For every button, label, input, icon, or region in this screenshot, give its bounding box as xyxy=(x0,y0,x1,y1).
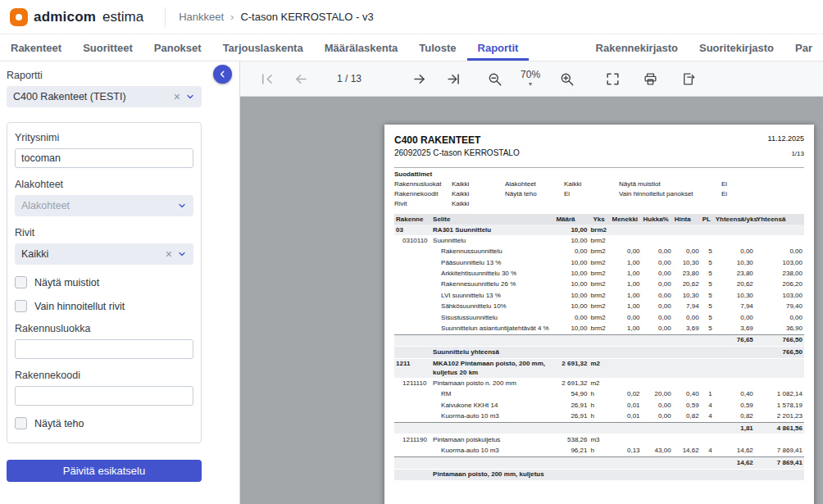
report-cell-maara: 10,00 xyxy=(554,225,589,235)
tab-raportit[interactable]: Raportit xyxy=(467,34,530,61)
report-cell-selite: Rakennesuunnittelu 26 % xyxy=(431,279,554,290)
pdf-preview-area[interactable]: C400 RAKENTEET 11.12.2025 26092025 C-tas… xyxy=(240,97,823,504)
report-cell-rakenne xyxy=(394,446,431,457)
report-cell-yhteensa xyxy=(755,469,804,480)
clear-selection-icon[interactable]: × xyxy=(166,248,172,260)
tab-panokset[interactable]: Panokset xyxy=(143,34,212,61)
report-cell-pl: 5 xyxy=(701,324,714,335)
report-cell-yhteensa_yks xyxy=(714,469,755,480)
report-cell-hinta: 20,62 xyxy=(673,279,701,290)
report-cell-hukka: 0,00 xyxy=(642,302,673,312)
report-cell-yhteensa_yks xyxy=(714,235,755,246)
filter-value: Kaikki xyxy=(452,189,505,199)
report-cell-yks: h xyxy=(589,389,610,400)
chevron-down-icon: ▾ xyxy=(529,81,532,88)
clear-selection-icon[interactable]: × xyxy=(174,91,180,102)
report-cell-yhteensa: 0,00 xyxy=(755,312,804,323)
report-cell-maara: 0,00 xyxy=(554,247,589,257)
report-title: C400 RAKENTEET xyxy=(394,134,480,146)
tab-suoritteet[interactable]: Suoritteet xyxy=(72,34,143,61)
previous-page-button[interactable] xyxy=(289,67,312,90)
subtargets-select[interactable]: Alakohteet xyxy=(15,195,193,216)
report-cell-selite: Suunnittelu yhteensä xyxy=(431,347,554,358)
report-table-row: Arkkitehtisuunnittelu 30 %10,00brm21,000… xyxy=(394,269,804,279)
report-cell-maara: 10,00 xyxy=(554,269,589,279)
filter-label: Alakohteet xyxy=(505,179,564,189)
tab-rakenteet[interactable]: Rakenteet xyxy=(0,34,72,61)
report-cell-hinta: 3,69 xyxy=(673,324,701,335)
report-cell-hinta xyxy=(673,457,701,469)
report-cell-menekki xyxy=(611,358,642,378)
report-cell-pl: 5 xyxy=(701,290,714,301)
company-name-input[interactable] xyxy=(15,148,193,168)
header-divider xyxy=(165,7,166,27)
print-button[interactable] xyxy=(639,67,662,90)
brand[interactable]: admicom estima xyxy=(0,8,152,26)
filter-label: Rakennusluokat xyxy=(394,179,452,189)
header-menekki: Menekki xyxy=(611,214,642,225)
report-cell-yhteensa xyxy=(755,235,804,246)
building-code-input[interactable] xyxy=(15,386,193,406)
tab-par-truncated[interactable]: Par xyxy=(784,34,823,61)
report-cell-selite: Rakennussuunnittelu xyxy=(431,247,554,257)
report-cell-rakenne xyxy=(394,389,431,400)
report-cell-maara: 0,00 xyxy=(554,312,589,323)
report-cell-yhteensa_yks xyxy=(714,225,755,235)
report-cell-pl: 4 xyxy=(701,446,714,457)
report-cell-selite xyxy=(431,457,554,469)
report-cell-hukka xyxy=(642,469,673,480)
header-selite: Selite xyxy=(431,214,554,225)
report-cell-menekki: 0,02 xyxy=(611,389,642,400)
breadcrumb-hankkeet[interactable]: Hankkeet xyxy=(179,11,224,23)
zoom-group: 70% ▾ xyxy=(483,67,578,90)
tab-suoritekirjasto[interactable]: Suoritekirjasto xyxy=(689,34,784,61)
report-cell-yks: brm2 xyxy=(589,247,610,257)
export-button[interactable] xyxy=(676,67,699,90)
report-cell-hinta: 0,00 xyxy=(673,247,701,257)
filter-label: Näytä muistiot xyxy=(619,179,721,189)
report-cell-maara xyxy=(554,457,589,469)
report-select[interactable]: C400 Rakenteet (TESTI) × xyxy=(7,86,202,107)
report-cell-maara xyxy=(554,347,589,358)
show-efficiency-checkbox[interactable]: Näytä teho xyxy=(15,417,193,429)
page-number-display[interactable]: 1 / 13 xyxy=(337,73,361,84)
report-cell-selite: Suunnittelu xyxy=(431,235,554,246)
report-cell-hinta xyxy=(673,347,701,358)
report-cell-maara: 10,00 xyxy=(554,235,589,246)
filter-label: Rivit xyxy=(394,199,452,209)
report-cell-hukka: 43,00 xyxy=(642,446,673,457)
zoom-level-dropdown[interactable]: 70% ▾ xyxy=(521,70,540,88)
report-table-row: Suunnittelu yhteensä766,50 xyxy=(394,347,804,358)
report-cell-yks: m2 xyxy=(589,378,610,388)
report-table-row: RM54,90h0,0220,000,4010,401 082,14 xyxy=(394,389,804,400)
rows-select[interactable]: Kaikki × xyxy=(15,243,193,265)
report-cell-menekki xyxy=(611,347,642,358)
collapse-sidebar-button[interactable] xyxy=(213,65,232,84)
fullscreen-button[interactable] xyxy=(601,67,624,90)
building-class-input[interactable] xyxy=(15,339,193,359)
tab-rakennekirjasto[interactable]: Rakennekirjasto xyxy=(585,34,689,61)
report-cell-pl: 5 xyxy=(701,302,714,312)
top-header: admicom estima Hankkeet › C-tason KERROS… xyxy=(0,0,823,34)
only-priced-rows-checkbox[interactable]: Vain hinnoitellut rivit xyxy=(15,300,193,312)
zoom-out-button[interactable] xyxy=(483,67,506,90)
tab-tuloste[interactable]: Tuloste xyxy=(408,34,466,61)
show-efficiency-label: Näytä teho xyxy=(34,418,84,429)
report-cell-maara: 10,00 xyxy=(554,302,589,312)
show-notes-checkbox[interactable]: Näytä muistiot xyxy=(15,276,193,288)
last-page-button[interactable] xyxy=(442,67,465,90)
report-header: C400 RAKENTEET 11.12.2025 xyxy=(394,134,804,146)
next-page-button[interactable] xyxy=(407,67,430,90)
report-cell-yhteensa: 206,20 xyxy=(755,279,804,290)
report-cell-hinta: 23,80 xyxy=(673,269,701,279)
brand-admicom-text: admicom xyxy=(34,9,96,25)
tab-maaralaskenta[interactable]: Määrälaskenta xyxy=(314,34,409,61)
report-table-row: Pääsuunnittelu 13 %10,00brm21,000,0010,3… xyxy=(394,257,804,268)
update-preview-button[interactable]: Päivitä esikatselu xyxy=(7,460,202,482)
zoom-in-button[interactable] xyxy=(555,67,578,90)
tab-tarjouslaskenta[interactable]: Tarjouslaskenta xyxy=(212,34,314,61)
report-cell-selite: Pintamaan poisto n. 200 mm xyxy=(431,378,554,388)
report-cell-pl: 5 xyxy=(701,312,714,323)
first-page-button[interactable] xyxy=(255,67,278,90)
report-cell-yhteensa_yks: 7,94 xyxy=(714,302,755,312)
